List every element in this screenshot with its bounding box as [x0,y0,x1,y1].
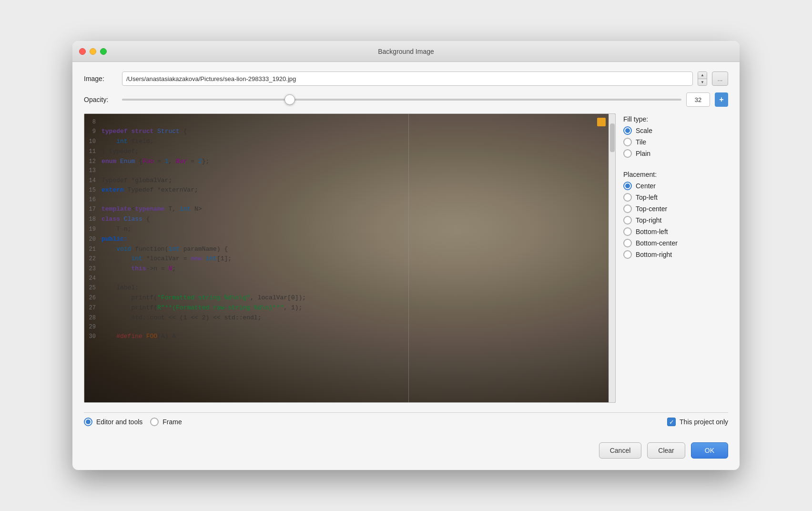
stepper-down-button[interactable]: ▼ [698,79,707,86]
action-buttons: Cancel Clear OK [84,438,728,460]
right-panel: Fill type: Scale Tile Plain [623,113,728,403]
fill-scale-option[interactable]: Scale [623,125,728,136]
placement-bottomcenter-radio[interactable] [623,239,632,247]
code-line-17: 17 template<typename T, int N> [84,204,596,215]
editor-tools-dot [86,419,91,424]
vertical-divider [408,114,409,402]
code-line-18: 18 class Class { [84,215,596,225]
placement-bottomright-label: Bottom-right [636,251,672,258]
placement-topcenter-option[interactable]: Top-center [623,203,728,215]
frame-label: Frame [162,418,182,426]
placement-topright-label: Top-right [636,216,661,224]
opacity-row: Opacity: 32 + [84,92,728,107]
code-line-29: 29 [84,323,596,332]
fill-scale-radio[interactable] [623,126,632,135]
placement-bottomcenter-option[interactable]: Bottom-center [623,237,728,249]
opacity-plus-button[interactable]: + [715,92,728,107]
code-line-28: 28 std::cout << (1 << 2) << std::endl; [84,313,596,323]
fill-tile-option[interactable]: Tile [623,136,728,148]
editor-tools-radio[interactable] [84,418,92,426]
clear-button[interactable]: Clear [647,442,685,459]
editor-and-tools-option[interactable]: Editor and tools [84,418,142,426]
editor-tools-label: Editor and tools [96,418,142,426]
fill-plain-radio[interactable] [623,149,632,158]
frame-option[interactable]: Frame [150,418,182,426]
code-line-21: 21 void function(int paramName) { [84,245,596,255]
fill-scale-dot [625,128,630,133]
maximize-button[interactable] [100,48,107,55]
placement-topleft-label: Top-left [636,194,658,201]
code-preview: 8 9 typedef struct Struct { 10 int field… [84,114,596,402]
fill-plain-label: Plain [636,150,650,157]
code-line-9: 9 typedef struct Struct { [84,127,596,137]
code-line-30: 30 #define FOO(A) A [84,332,596,342]
code-line-23: 23 this->n = N; [84,264,596,274]
image-path-field[interactable]: /Users/anastasiakazakova/Pictures/sea-li… [122,72,693,86]
code-line-26: 26 printf("Formatted string %d\n\g", loc… [84,293,596,303]
placement-center-dot [625,184,630,188]
placement-bottomleft-option[interactable]: Bottom-left [623,226,728,237]
window-controls [79,48,107,55]
orange-indicator [597,118,606,126]
placement-topleft-radio[interactable] [623,193,632,202]
stepper-up-button[interactable]: ▲ [698,72,707,79]
code-line-16: 16 [84,195,596,204]
placement-topcenter-radio[interactable] [623,204,632,213]
fill-type-label: Fill type: [623,115,728,123]
placement-center-radio[interactable] [623,182,632,190]
ok-button[interactable]: OK [691,442,728,459]
image-row: Image: /Users/anastasiakazakova/Pictures… [84,72,728,86]
image-stepper[interactable]: ▲ ▼ [698,72,707,86]
this-project-only-option[interactable]: ✓ This project only [667,418,728,426]
placement-topright-radio[interactable] [623,216,632,225]
code-line-20: 20 public: [84,235,596,245]
code-line-22: 22 int *localVar = new int[1]; [84,254,596,264]
fill-plain-option[interactable]: Plain [623,148,728,159]
this-project-only-label: This project only [680,418,728,426]
placement-bottomcenter-label: Bottom-center [636,239,678,247]
image-path-text: /Users/anastasiakazakova/Pictures/sea-li… [126,75,296,82]
minimize-button[interactable] [90,48,96,55]
opacity-value[interactable]: 32 [686,92,710,107]
placement-bottomright-radio[interactable] [623,250,632,259]
placement-label: Placement: [623,171,728,178]
this-project-only-checkbox[interactable]: ✓ [667,418,676,426]
close-button[interactable] [79,48,86,55]
slider-fill [122,99,290,101]
scroll-thumb[interactable] [610,123,615,152]
placement-bottomleft-label: Bottom-left [636,228,668,235]
bottom-area: Editor and tools Frame ✓ This project on… [84,412,728,431]
code-line-11: 11 } Typedef; [84,147,596,157]
fill-tile-radio[interactable] [623,138,632,146]
code-line-19: 19 T n; [84,225,596,235]
code-line-15: 15 extern Typedef *externVar; [84,185,596,195]
slider-thumb[interactable] [284,94,295,105]
code-line-25: 25 label: [84,283,596,293]
fill-tile-label: Tile [636,138,646,146]
opacity-label: Opacity: [84,96,117,103]
image-label: Image: [84,75,117,82]
preview-area: 8 9 typedef struct Struct { 10 int field… [84,113,616,403]
code-line-24: 24 [84,274,596,283]
cancel-button[interactable]: Cancel [599,442,642,459]
browse-button[interactable]: ... [712,72,728,86]
code-line-12: 12 enum Enum {Foo = 1, Bar = 2}; [84,157,596,167]
placement-topcenter-label: Top-center [636,205,667,213]
fill-scale-label: Scale [636,127,652,134]
placement-center-option[interactable]: Center [623,180,728,192]
placement-bottomleft-radio[interactable] [623,227,632,236]
opacity-slider[interactable] [122,99,681,101]
placement-bottomright-option[interactable]: Bottom-right [623,249,728,260]
placement-topleft-option[interactable]: Top-left [623,192,728,203]
scrollbar[interactable] [609,114,615,402]
frame-radio[interactable] [150,418,159,426]
placement-topright-option[interactable]: Top-right [623,215,728,226]
code-line-27: 27 printf(R"**(Formatted raw-string %d\n… [84,303,596,313]
main-area: 8 9 typedef struct Struct { 10 int field… [84,113,728,403]
code-line-14: 14 Typedef *globalVar; [84,176,596,186]
fill-type-section: Fill type: Scale Tile Plain [623,115,728,159]
dialog-title: Background Image [378,48,434,55]
code-line-13: 13 [84,166,596,175]
code-line-10: 10 int field; [84,137,596,147]
placement-section: Placement: Center Top-left Top-center [623,171,728,260]
